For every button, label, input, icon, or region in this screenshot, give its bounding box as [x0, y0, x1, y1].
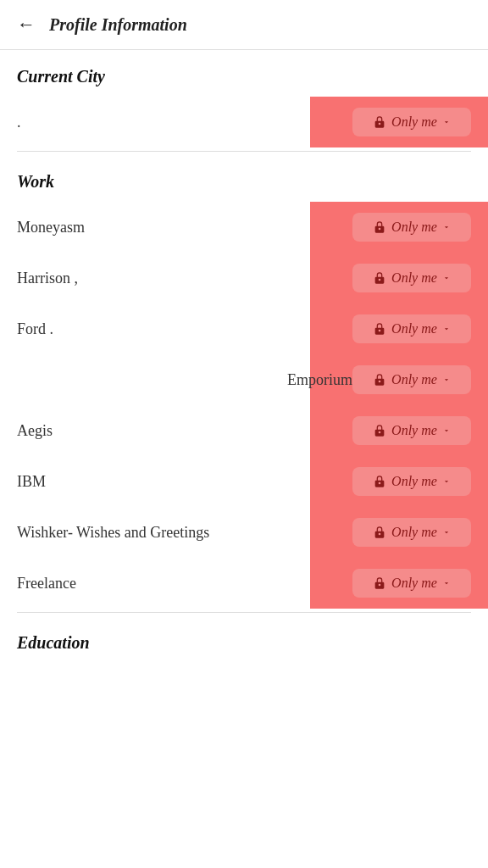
- section-title-work: Work: [17, 155, 471, 202]
- chevron-down-icon: [442, 223, 451, 231]
- main-content: Current City . Only me Work Mon: [0, 50, 488, 680]
- list-item: Ford . Only me: [17, 303, 471, 354]
- privacy-label: Only me: [391, 114, 437, 130]
- work-item-label: Harrison ,: [17, 270, 352, 287]
- lock-icon: [373, 526, 386, 539]
- lock-icon: [373, 475, 386, 488]
- work-rows: Moneyasm Only me Harrison , Only me Ford…: [17, 202, 488, 609]
- privacy-button-city[interactable]: Only me: [352, 108, 471, 136]
- privacy-button-aegis[interactable]: Only me: [352, 416, 471, 445]
- list-item: Emporium Only me: [17, 354, 471, 405]
- divider-city-work: [17, 151, 471, 152]
- list-item: Moneyasm Only me: [17, 202, 471, 253]
- work-item-label: Aegis: [17, 422, 352, 440]
- chevron-down-icon: [442, 477, 451, 486]
- privacy-button-wishker[interactable]: Only me: [352, 518, 471, 547]
- list-item: . Only me: [17, 97, 471, 147]
- privacy-button-ibm[interactable]: Only me: [352, 467, 471, 496]
- work-item-label: Moneyasm: [17, 219, 352, 236]
- back-button[interactable]: ←: [17, 14, 36, 36]
- privacy-label: Only me: [391, 423, 437, 438]
- work-item-label: Ford .: [17, 320, 352, 338]
- section-current-city: Current City . Only me: [17, 50, 471, 147]
- chevron-down-icon: [442, 274, 451, 282]
- lock-icon: [373, 220, 386, 234]
- work-item-label: Freelance: [17, 575, 352, 593]
- privacy-button-harrison[interactable]: Only me: [352, 264, 471, 292]
- lock-icon: [373, 576, 386, 590]
- privacy-label: Only me: [391, 372, 437, 387]
- header: ← Profile Information: [0, 0, 488, 50]
- chevron-down-icon: [442, 579, 451, 587]
- section-title-education: Education: [17, 616, 471, 663]
- work-item-label: Wishker- Wishes and Greetings: [17, 524, 352, 542]
- work-item-label: IBM: [17, 473, 352, 491]
- chevron-down-icon: [442, 528, 451, 537]
- lock-icon: [373, 322, 386, 336]
- privacy-label: Only me: [391, 474, 437, 489]
- section-education: Education: [17, 616, 471, 663]
- chevron-down-icon: [442, 118, 451, 126]
- list-item: Aegis Only me: [17, 405, 471, 456]
- privacy-label: Only me: [391, 270, 437, 286]
- work-item-label: Emporium: [17, 371, 352, 389]
- list-item: Freelance Only me: [17, 558, 471, 609]
- privacy-button-ford[interactable]: Only me: [352, 314, 471, 343]
- lock-icon: [373, 271, 386, 285]
- list-item: Wishker- Wishes and Greetings Only me: [17, 507, 471, 558]
- section-work: Work Moneyasm Only me Harrison , Only me: [17, 155, 471, 609]
- privacy-button-emporium[interactable]: Only me: [352, 365, 471, 394]
- list-item: Harrison , Only me: [17, 253, 471, 303]
- privacy-label: Only me: [391, 525, 437, 540]
- privacy-button-freelance[interactable]: Only me: [352, 569, 471, 598]
- lock-icon: [373, 424, 386, 437]
- divider-work-education: [17, 612, 471, 613]
- chevron-down-icon: [442, 325, 451, 333]
- city-label: .: [17, 114, 352, 131]
- list-item: IBM Only me: [17, 456, 471, 507]
- page-title: Profile Information: [49, 15, 187, 35]
- privacy-label: Only me: [391, 576, 437, 591]
- privacy-label: Only me: [391, 321, 437, 337]
- lock-icon: [373, 115, 386, 129]
- section-title-current-city: Current City: [17, 50, 471, 97]
- chevron-down-icon: [442, 426, 451, 435]
- chevron-down-icon: [442, 376, 451, 384]
- privacy-button-moneyasm[interactable]: Only me: [352, 213, 471, 242]
- privacy-label: Only me: [391, 220, 437, 235]
- current-city-rows: . Only me: [17, 97, 488, 147]
- lock-icon: [373, 373, 386, 387]
